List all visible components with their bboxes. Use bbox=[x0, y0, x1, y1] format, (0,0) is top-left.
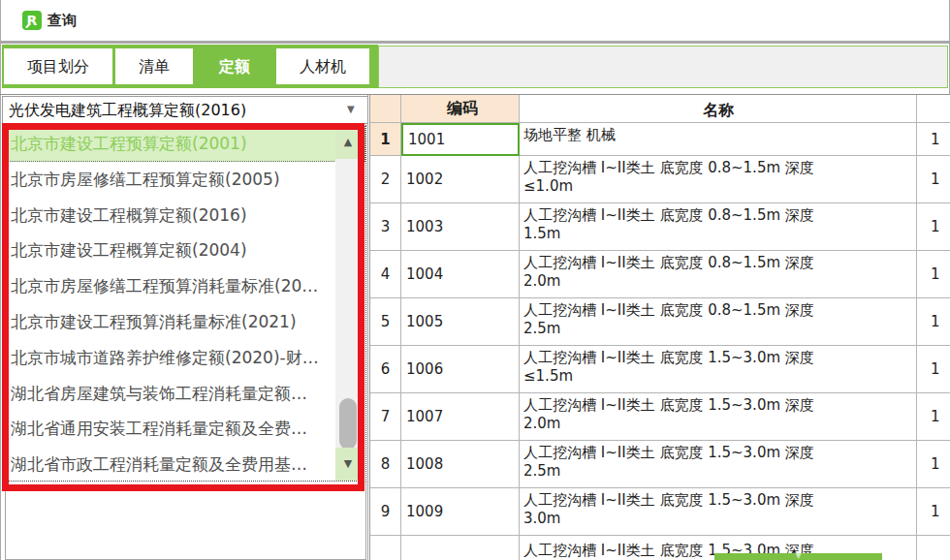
scrollbar-thumb[interactable] bbox=[339, 398, 357, 450]
name-cell[interactable]: 人工挖沟槽 I~II类土 底宽度 0.8~1.5m 深度2.5m bbox=[520, 298, 917, 346]
list-item[interactable]: 北京市建设工程概算定额(2004) bbox=[6, 233, 365, 268]
table-row[interactable]: 4 1004 人工挖沟槽 I~II类土 底宽度 0.8~1.5m 深度2.0m … bbox=[370, 251, 950, 298]
unit-cell[interactable]: 1 bbox=[917, 251, 950, 298]
name-line: 人工挖沟槽 I~II类土 底宽度 1.5~3.0m 深度 bbox=[523, 491, 914, 510]
list-item[interactable]: 湖北省房屋建筑与装饰工程消耗量定额… bbox=[6, 376, 365, 412]
tab-project-division[interactable]: 项目划分 bbox=[4, 48, 112, 84]
unit-cell[interactable]: 1 bbox=[917, 393, 950, 441]
query-window: R 查询 项目划分 清单 定额 人材机 光伏发电建筑工程概算定额(2016) ▼… bbox=[0, 0, 950, 560]
quota-table: 编码 名称 单位 1 1001 场地平整 机械 1 2 1002 人工挖沟槽 I… bbox=[369, 94, 950, 560]
code-cell[interactable] bbox=[401, 536, 520, 560]
unit-cell[interactable]: 1 bbox=[917, 488, 950, 536]
header-row-number bbox=[370, 95, 401, 123]
scroll-down-icon[interactable]: ▼ bbox=[335, 448, 361, 481]
name-cell[interactable]: 人工挖沟槽 I~II类土 底宽度 1.5~3.0m 深度2.0m bbox=[520, 393, 917, 441]
unit-cell[interactable] bbox=[917, 536, 950, 560]
row-number: 8 bbox=[370, 441, 401, 488]
code-cell-selected[interactable]: 1001 bbox=[401, 123, 520, 156]
titlebar-separator bbox=[0, 41, 950, 44]
list-scrollbar[interactable]: ▲ ▼ bbox=[335, 126, 361, 481]
table-row[interactable]: 1 1001 场地平整 机械 1 bbox=[370, 123, 950, 156]
page-title: 查询 bbox=[48, 12, 77, 30]
name-line: 人工挖沟槽 I~II类土 底宽度 0.8~1.5m 深度 bbox=[523, 301, 914, 320]
list-item[interactable]: 湖北省通用安装工程消耗量定额及全费… bbox=[6, 411, 365, 447]
row-number: 3 bbox=[370, 203, 401, 251]
app-logo-icon: R bbox=[22, 11, 42, 30]
name-line: 人工挖沟槽 I~II类土 底宽度 1.5~3.0m 深度 bbox=[523, 444, 914, 462]
name-cell[interactable]: 人工挖沟槽 I~II类土 底宽度 1.5~3.0m 深度2.5m bbox=[520, 441, 917, 488]
name-line: 2.5m bbox=[523, 462, 914, 481]
code-cell[interactable]: 1007 bbox=[401, 393, 520, 441]
list-item[interactable]: 北京市房屋修缮工程预算消耗量标准(20… bbox=[6, 268, 365, 304]
name-cell[interactable]: 场地平整 机械 bbox=[520, 123, 917, 156]
quota-library-listbox: 北京市建设工程预算定额(2001) 北京市房屋修缮工程预算定额(2005) 北京… bbox=[5, 125, 366, 482]
table-row[interactable]: 5 1005 人工挖沟槽 I~II类土 底宽度 0.8~1.5m 深度2.5m … bbox=[370, 298, 950, 346]
code-cell[interactable]: 1005 bbox=[401, 298, 520, 346]
row-number: 4 bbox=[370, 251, 401, 298]
name-line: 人工挖沟槽 I~II类土 底宽度 1.5~3.0m 深度 bbox=[523, 396, 914, 415]
name-cell[interactable]: 人工挖沟槽 I~II类土 底宽度 1.5~3.0m 深度≤1.5m bbox=[520, 346, 917, 393]
table-row[interactable]: 8 1008 人工挖沟槽 I~II类土 底宽度 1.5~3.0m 深度2.5m … bbox=[370, 441, 950, 488]
name-line: 2.5m bbox=[523, 320, 914, 338]
list-item[interactable]: 北京市建设工程预算定额(2001) bbox=[6, 126, 365, 162]
header-name: 名称 bbox=[520, 95, 917, 123]
name-line: 2.0m bbox=[523, 272, 914, 291]
panel-expand-handle[interactable]: ▼ bbox=[714, 553, 882, 560]
code-cell[interactable]: 1004 bbox=[401, 251, 520, 298]
table-row[interactable]: 9 1009 人工挖沟槽 I~II类土 底宽度 1.5~3.0m 深度3.0m … bbox=[370, 488, 950, 536]
quota-library-select[interactable]: 光伏发电建筑工程概算定额(2016) bbox=[2, 96, 368, 124]
unit-cell[interactable]: 1 bbox=[917, 156, 950, 203]
name-line: 人工挖沟槽 I~II类土 底宽度 0.8~1.5m 深度 bbox=[523, 206, 914, 225]
name-line: 2.0m bbox=[523, 415, 914, 433]
code-cell[interactable]: 1003 bbox=[401, 203, 520, 251]
unit-cell[interactable]: 1 bbox=[917, 346, 950, 393]
name-cell[interactable]: 人工挖沟槽 I~II类土 底宽度 0.8~1.5m 深度1.5m bbox=[520, 203, 917, 251]
table-row[interactable]: 2 1002 人工挖沟槽 I~II类土 底宽度 0.8~1.5m 深度≤1.0m… bbox=[370, 156, 950, 203]
name-line: 人工挖沟槽 I~II类土 底宽度 1.5~3.0m 深度 bbox=[523, 349, 914, 367]
list-item[interactable]: 北京市房屋修缮工程预算定额(2005) bbox=[6, 162, 365, 198]
table-header-row: 编码 名称 单位 bbox=[370, 94, 950, 123]
unit-cell[interactable]: 1 bbox=[917, 203, 950, 251]
name-line: 人工挖沟槽 I~II类土 底宽度 0.8~1.5m 深度 bbox=[523, 159, 914, 177]
tab-strip-filler bbox=[378, 46, 948, 88]
header-unit: 单位 bbox=[917, 95, 950, 123]
list-item[interactable]: 北京市城市道路养护维修定额(2020)-财… bbox=[6, 340, 365, 376]
row-number: 7 bbox=[370, 393, 401, 441]
code-cell[interactable]: 1002 bbox=[401, 156, 520, 203]
tab-labor-material-machine[interactable]: 人材机 bbox=[276, 48, 369, 84]
list-item[interactable]: 湖北省市政工程消耗量定额及全费用基… bbox=[6, 447, 365, 482]
tab-quota[interactable]: 定额 bbox=[196, 48, 273, 84]
title-bar: R 查询 bbox=[1, 0, 949, 41]
name-cell[interactable]: 人工挖沟槽 I~II类土 底宽度 0.8~1.5m 深度≤1.0m bbox=[520, 156, 917, 203]
tab-list[interactable]: 清单 bbox=[115, 48, 193, 84]
row-number bbox=[370, 536, 401, 560]
row-number: 2 bbox=[370, 156, 401, 203]
code-cell[interactable]: 1008 bbox=[401, 441, 520, 488]
row-number: 6 bbox=[370, 346, 401, 393]
unit-cell[interactable]: 1 bbox=[917, 441, 950, 488]
name-line: ≤1.0m bbox=[523, 177, 914, 196]
table-row[interactable]: 7 1007 人工挖沟槽 I~II类土 底宽度 1.5~3.0m 深度2.0m … bbox=[370, 393, 950, 441]
unit-cell[interactable]: 1 bbox=[917, 298, 950, 346]
name-cell[interactable]: 人工挖沟槽 I~II类土 底宽度 0.8~1.5m 深度2.0m bbox=[520, 251, 917, 298]
unit-cell[interactable]: 1 bbox=[917, 123, 950, 156]
chevron-down-icon[interactable]: ▼ bbox=[347, 105, 355, 114]
row-number: 1 bbox=[370, 123, 401, 156]
header-code: 编码 bbox=[401, 95, 520, 123]
tab-strip: 项目划分 清单 定额 人材机 bbox=[2, 45, 378, 88]
table-row[interactable]: 6 1006 人工挖沟槽 I~II类土 底宽度 1.5~3.0m 深度≤1.5m… bbox=[370, 346, 950, 393]
row-number: 5 bbox=[370, 298, 401, 346]
list-item[interactable]: 北京市建设工程概算定额(2016) bbox=[6, 198, 365, 233]
code-cell[interactable]: 1006 bbox=[401, 346, 520, 393]
scroll-up-icon[interactable]: ▲ bbox=[335, 126, 361, 159]
name-line: 人工挖沟槽 I~II类土 底宽度 0.8~1.5m 深度 bbox=[523, 254, 914, 272]
chevron-down-icon: ▼ bbox=[795, 551, 801, 560]
name-line: 1.5m bbox=[523, 225, 914, 243]
code-cell[interactable]: 1009 bbox=[401, 488, 520, 536]
name-line: 场地平整 机械 bbox=[523, 126, 914, 144]
name-line: 3.0m bbox=[523, 510, 914, 528]
name-line: ≤1.5m bbox=[523, 367, 914, 386]
list-item[interactable]: 北京市建设工程预算消耗量标准(2021) bbox=[6, 304, 365, 340]
table-row[interactable]: 3 1003 人工挖沟槽 I~II类土 底宽度 0.8~1.5m 深度1.5m … bbox=[370, 203, 950, 251]
name-cell[interactable]: 人工挖沟槽 I~II类土 底宽度 1.5~3.0m 深度3.0m bbox=[520, 488, 917, 536]
